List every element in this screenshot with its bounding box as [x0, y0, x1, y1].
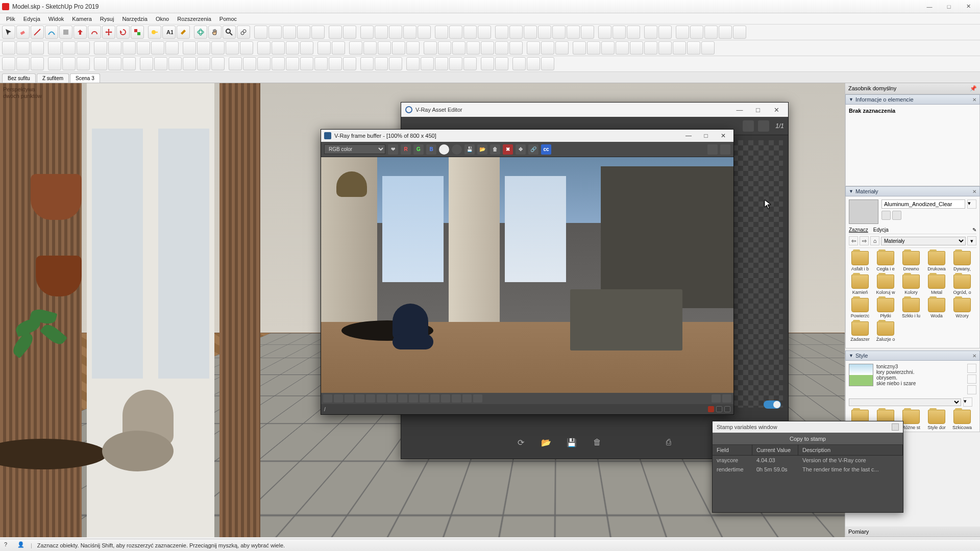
tool-icon[interactable] — [375, 57, 388, 70]
tool-icon[interactable] — [211, 41, 225, 55]
entity-info-header[interactable]: ▼ Informacje o elemencie ✕ — [845, 94, 980, 105]
orbit-tool-icon[interactable] — [194, 26, 207, 39]
tool-icon[interactable] — [257, 41, 271, 55]
copy-to-stamp-button[interactable]: Copy to stamp — [713, 433, 903, 445]
material-folder[interactable]: Żaluzje o — [874, 321, 897, 342]
tool-icon[interactable] — [360, 57, 374, 70]
tool-icon[interactable] — [690, 26, 703, 39]
materials-edit-tab[interactable]: Edycja — [873, 227, 889, 233]
material-settings-icon[interactable] — [892, 211, 901, 220]
tool-icon[interactable] — [403, 26, 416, 39]
vae-toggle[interactable] — [764, 400, 781, 409]
vfb-btool-icon[interactable] — [334, 394, 343, 403]
close-button[interactable]: ✕ — [959, 1, 978, 12]
tool-icon[interactable] — [31, 41, 44, 55]
tool-icon[interactable] — [94, 41, 107, 55]
stamp-row[interactable]: rendertime0h 5m 59.0sThe render time for… — [713, 465, 903, 474]
tool-icon[interactable] — [283, 26, 296, 39]
tool-icon[interactable] — [463, 26, 477, 39]
scale-tool-icon[interactable] — [131, 26, 144, 39]
material-folder[interactable]: Wzory — [951, 298, 973, 318]
tool-icon[interactable] — [452, 41, 465, 55]
vfb-open-icon[interactable]: 📂 — [477, 144, 487, 155]
tool-icon[interactable] — [676, 26, 689, 39]
tool-icon[interactable] — [375, 26, 388, 39]
styles-header[interactable]: ▼Style✕ — [845, 350, 980, 361]
tool-icon[interactable] — [555, 41, 569, 55]
material-folder[interactable]: Dywany, — [951, 251, 973, 271]
tool-icon[interactable] — [332, 41, 345, 55]
stamp-row[interactable]: vraycore4.04.03Version of the V-Ray core — [713, 456, 903, 465]
tool-icon[interactable] — [165, 41, 179, 55]
tool-icon[interactable] — [154, 57, 167, 70]
save-icon[interactable]: 💾 — [567, 437, 577, 447]
vfb-cc-icon[interactable]: cc — [541, 144, 551, 155]
select-tool-icon[interactable] — [2, 26, 15, 39]
vfb-render-view[interactable] — [321, 157, 733, 393]
tool-icon[interactable] — [272, 57, 285, 70]
user-icon[interactable]: 👤 — [17, 541, 26, 549]
paint-tool-icon[interactable] — [177, 26, 190, 39]
vfb-btool-icon[interactable] — [712, 394, 721, 403]
tool-icon[interactable] — [183, 41, 196, 55]
tool-icon[interactable] — [673, 41, 686, 55]
tool-icon[interactable] — [701, 41, 715, 55]
vfb-green-channel[interactable]: G — [413, 144, 424, 155]
refresh-icon[interactable]: ⟳ — [516, 437, 526, 447]
tool-icon[interactable] — [581, 26, 594, 39]
tool-icon[interactable] — [343, 26, 356, 39]
style-combo[interactable] — [849, 398, 961, 406]
tool-icon[interactable] — [243, 57, 256, 70]
vfb-btool-icon[interactable] — [452, 394, 461, 403]
material-folder[interactable]: Asfalt i b — [849, 251, 871, 271]
tool-icon[interactable] — [463, 57, 477, 70]
tool-icon[interactable] — [449, 57, 462, 70]
tool-icon[interactable] — [421, 57, 434, 70]
export-icon[interactable]: ⎙ — [664, 437, 674, 447]
create-material-icon[interactable] — [881, 211, 891, 220]
tool-icon[interactable] — [481, 57, 494, 70]
vfb-btool-icon[interactable] — [722, 394, 731, 403]
minimize-button[interactable]: — — [920, 1, 939, 12]
vfb-btool-icon[interactable] — [409, 394, 418, 403]
forward-icon[interactable]: ⇨ — [860, 236, 869, 245]
tool-icon[interactable] — [704, 26, 718, 39]
material-folder[interactable]: Cegła i e — [874, 251, 897, 271]
tool-icon[interactable] — [77, 57, 90, 70]
home-icon[interactable]: ⌂ — [870, 236, 879, 245]
tool-icon[interactable] — [48, 57, 61, 70]
vfb-btool-icon[interactable] — [345, 394, 354, 403]
tool-icon[interactable] — [286, 41, 299, 55]
details-icon[interactable]: ▾ — [967, 236, 976, 245]
help-icon[interactable]: ? — [4, 541, 12, 549]
vfb-alpha-icon[interactable] — [452, 144, 462, 155]
vfb-btool-icon[interactable] — [462, 394, 472, 403]
arc-tool-icon[interactable] — [45, 26, 58, 39]
material-folder[interactable]: Drewno — [900, 251, 922, 271]
tool-icon[interactable] — [438, 41, 451, 55]
material-folder[interactable]: Ogród, o — [951, 274, 973, 295]
menu-file[interactable]: Plik — [2, 15, 19, 23]
vfb-close-button[interactable]: ✕ — [716, 132, 730, 139]
material-folder[interactable]: Koloruj w — [874, 274, 897, 295]
vfb-btool-icon[interactable] — [473, 394, 482, 403]
material-library-select[interactable]: Materiały — [881, 237, 966, 245]
menu-edit[interactable]: Edycja — [19, 15, 44, 23]
vfb-channel-select[interactable]: RGB color — [324, 144, 385, 154]
vae-maximize-button[interactable]: □ — [750, 106, 766, 114]
menu-view[interactable]: Widok — [44, 15, 68, 23]
eraser-tool-icon[interactable] — [16, 26, 30, 39]
tool-icon[interactable] — [268, 26, 282, 39]
tool-icon[interactable] — [509, 41, 523, 55]
tool-icon[interactable] — [168, 57, 182, 70]
tool-icon[interactable] — [406, 41, 420, 55]
materials-header[interactable]: ▼ Materiały ✕ — [845, 186, 980, 196]
tool-icon[interactable] — [122, 57, 136, 70]
tool-icon[interactable] — [567, 26, 580, 39]
zoom-tool-icon[interactable] — [223, 26, 236, 39]
tool-icon[interactable] — [272, 41, 285, 55]
menu-extensions[interactable]: Rozszerzenia — [173, 15, 215, 23]
style-action-icon[interactable] — [967, 374, 976, 384]
material-folder[interactable]: Kamień — [849, 274, 871, 295]
style-refresh-icon[interactable] — [967, 385, 976, 394]
